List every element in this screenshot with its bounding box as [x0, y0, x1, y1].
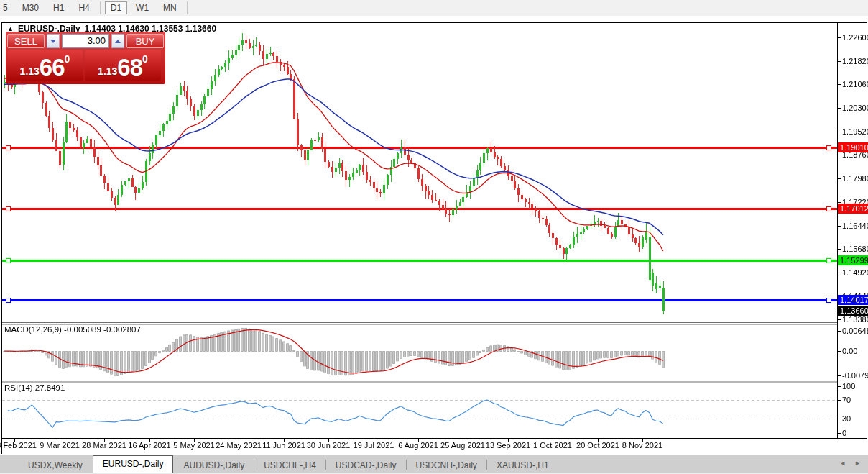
chart-tab-bar: USDX,WeeklyEURUSD-,DailyAUDUSD-,DailyUSD…	[0, 455, 868, 473]
price-axis-label: 1.21820	[842, 57, 868, 65]
macd-axis-label: 0.00	[842, 347, 857, 355]
price-axis-label: 1.17980	[842, 174, 868, 183]
hline-price-badge: 1.17012	[838, 204, 868, 214]
date-axis-label: 28 Mar 2021	[82, 441, 126, 450]
price-axis-label: 1.19520	[842, 127, 868, 136]
tab-xauusd-h1[interactable]: XAUUSD-,H1	[487, 458, 558, 473]
rsi-caption: RSI(14) 27.8491	[4, 383, 65, 392]
tab-eurusd-daily[interactable]: EURUSD-,Daily	[93, 455, 174, 473]
hline-price-badge: 1.14017	[838, 295, 868, 305]
tab-usdcnh-daily[interactable]: USDCNH-,Daily	[407, 458, 486, 473]
tab-usdcad-daily[interactable]: USDCAD-,Daily	[326, 458, 406, 473]
date-axis-label: 13 Sep 2021	[486, 441, 530, 450]
bid-price-small: 1.13	[20, 64, 40, 78]
date-axis-label: 16 Apr 2021	[128, 441, 170, 450]
date-axis-label: 8 Nov 2021	[622, 441, 662, 450]
date-axis-label: 24 May 2021	[216, 441, 262, 450]
bid-price-sup: 0	[65, 55, 70, 63]
price-axis-label: 1.20300	[842, 104, 868, 112]
rsi-axis-label: 70	[842, 396, 851, 404]
macd-caption: MACD(12,26,9) -0.005089 -0.002807	[4, 325, 141, 334]
price-axis-label: 1.16440	[842, 222, 868, 230]
price-axis-label: 1.14920	[842, 268, 868, 277]
ask-price-small: 1.13	[98, 64, 117, 78]
triangle-up-icon	[115, 40, 121, 43]
volume-increase-button[interactable]	[111, 34, 124, 48]
rsi-axis-label: 30	[842, 414, 851, 423]
bid-price-box[interactable]: 1.13660	[7, 50, 83, 81]
date-axis-label: 6 Aug 2021	[398, 441, 438, 450]
date-axis-label: 5 May 2021	[173, 441, 214, 450]
volume-input[interactable]: 3.00	[62, 34, 109, 48]
date-axis-label: 1 Oct 2021	[533, 441, 572, 450]
price-axis-label: 1.22600	[842, 33, 868, 42]
rsi-axis-label: 100	[842, 382, 855, 391]
price-axis-label: 1.21060	[842, 80, 868, 88]
tab-audusd-daily[interactable]: AUDUSD-,Daily	[174, 458, 254, 473]
tab-scroll-right-icon[interactable]: ►	[854, 460, 861, 467]
macd-axis-label: -0.007947	[842, 371, 868, 380]
tab-usdx-weekly[interactable]: USDX,Weekly	[19, 458, 92, 473]
ask-price-box[interactable]: 1.13680	[85, 50, 161, 81]
date-axis-label: 30 Jun 2021	[307, 441, 351, 450]
price-axis-label: 1.15680	[842, 245, 868, 253]
sell-button[interactable]: SELL	[7, 34, 45, 48]
price-axis-label: 1.13380	[842, 315, 868, 324]
current-price-badge: 1.13660	[838, 306, 868, 316]
triangle-down-icon	[50, 40, 56, 43]
tab-scroll-arrows: ◄ ►	[839, 460, 861, 467]
macd-values: -0.005089 -0.002807	[64, 325, 141, 334]
macd-axis-label: 0.006485	[842, 327, 868, 335]
date-axis-label: 20 Oct 2021	[576, 441, 619, 450]
trading-terminal-window: 5M30H1H4D1W1MN ▲ EURUSD-,Daily 1.14403 1…	[0, 0, 868, 474]
date-axis-label: 11 Jun 2021	[262, 441, 305, 450]
rsi-axis-label: 0	[842, 429, 846, 437]
hline-price-badge: 1.19010	[838, 142, 868, 152]
one-click-trading-panel: SELL 3.00 BUY 1.13660 1.13680	[6, 32, 165, 84]
hline-price-badge: 1.15299	[838, 255, 868, 265]
ask-price-big: 68	[117, 57, 142, 78]
buy-button[interactable]: BUY	[126, 34, 164, 48]
volume-decrease-button[interactable]	[47, 34, 60, 48]
date-axis-label: 9 Mar 2021	[40, 441, 80, 450]
date-axis-label: 25 Aug 2021	[440, 441, 485, 450]
tab-usdchf-h4[interactable]: USDCHF-,H4	[254, 458, 326, 473]
date-axis-label: 18 Feb 2021	[0, 441, 37, 450]
bid-price-big: 66	[40, 57, 65, 78]
date-axis-label: 19 Jul 2021	[354, 441, 394, 450]
tab-scroll-left-icon[interactable]: ◄	[839, 460, 846, 467]
rsi-value: 27.8491	[35, 383, 65, 392]
ask-price-sup: 0	[142, 55, 148, 63]
